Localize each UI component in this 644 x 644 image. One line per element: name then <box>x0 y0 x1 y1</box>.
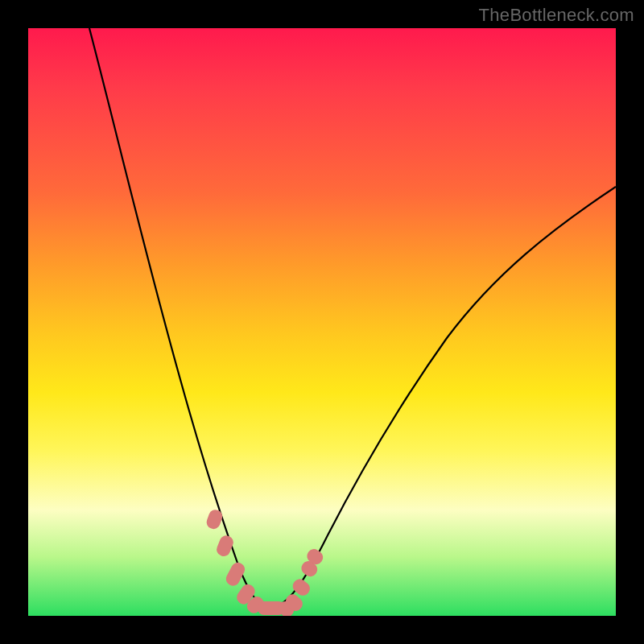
curve-right <box>270 187 616 609</box>
markers-right <box>275 547 325 616</box>
outer-frame: TheBottleneck.com <box>0 0 644 644</box>
plot-area <box>28 28 616 616</box>
svg-rect-1 <box>215 534 236 558</box>
watermark-text: TheBottleneck.com <box>479 5 634 26</box>
chart-svg <box>28 28 616 616</box>
svg-rect-0 <box>204 508 224 530</box>
markers-left <box>204 508 285 616</box>
svg-rect-2 <box>224 560 247 588</box>
curve-left <box>89 28 274 609</box>
